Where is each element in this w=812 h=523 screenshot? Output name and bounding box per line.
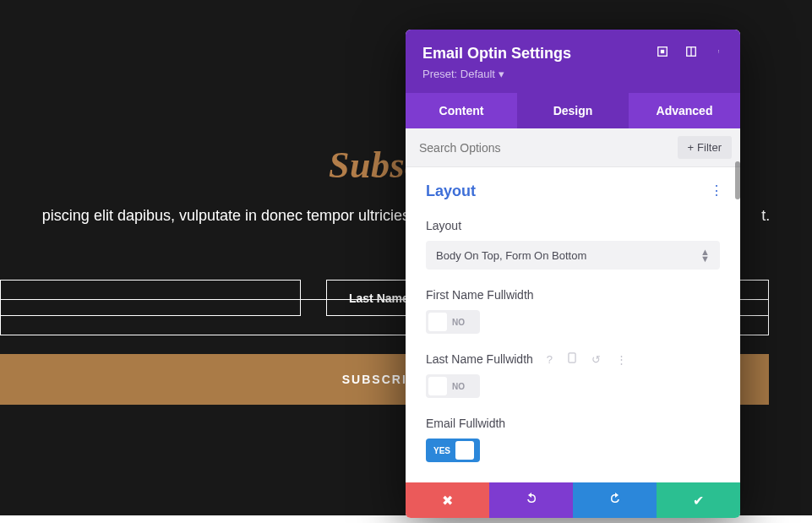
tab-advanced[interactable]: Advanced: [629, 93, 740, 128]
field-label-email-fullwidth: Email Fullwidth: [426, 417, 720, 430]
select-updown-icon: ▲▼: [700, 248, 710, 262]
section-title-layout[interactable]: Layout: [426, 183, 720, 200]
confirm-button[interactable]: ✔: [657, 482, 740, 518]
field-label-first-name-fullwidth: First Name Fullwidth: [426, 288, 720, 302]
preset-dropdown[interactable]: Preset: Default ▾: [422, 68, 504, 80]
section-more-icon[interactable]: ⋮: [710, 183, 723, 199]
responsive-icon[interactable]: [568, 352, 576, 366]
redo-button[interactable]: [573, 482, 657, 518]
reset-icon[interactable]: ↺: [591, 353, 601, 366]
field-label-last-name-fullwidth: Last Name Fullwidth: [426, 352, 533, 366]
chevron-down-icon: ▾: [499, 68, 504, 80]
tab-content[interactable]: Content: [406, 93, 517, 128]
svg-point-4: [718, 50, 719, 51]
panel-tabs: Content Design Advanced: [406, 93, 740, 128]
toggle-email-fullwidth[interactable]: YES: [426, 439, 480, 462]
panel-layout-icon[interactable]: [684, 45, 698, 58]
field-more-icon[interactable]: ⋮: [616, 353, 627, 366]
svg-rect-7: [569, 353, 575, 362]
field-label-layout: Layout: [426, 219, 720, 232]
panel-header: Email Optin Settings Preset: Default ▾: [406, 30, 740, 93]
check-icon: ✔: [693, 493, 704, 509]
expand-icon[interactable]: [656, 45, 669, 58]
plus-icon: +: [688, 141, 695, 154]
svg-point-5: [718, 51, 719, 52]
close-icon: ✖: [442, 493, 453, 509]
settings-panel: Email Optin Settings Preset: Default ▾ C…: [406, 30, 740, 518]
svg-rect-1: [661, 50, 664, 53]
redo-icon: [608, 492, 622, 509]
search-options-input[interactable]: [419, 141, 678, 155]
undo-button[interactable]: [489, 482, 573, 518]
more-icon[interactable]: [713, 45, 727, 58]
svg-point-6: [718, 52, 719, 53]
filter-button[interactable]: + Filter: [678, 136, 732, 159]
cancel-button[interactable]: ✖: [406, 482, 489, 518]
toggle-last-name-fullwidth[interactable]: NO: [426, 374, 480, 398]
tab-design[interactable]: Design: [517, 93, 629, 128]
layout-select[interactable]: Body On Top, Form On Bottom ▲▼: [426, 241, 720, 270]
help-icon[interactable]: ?: [547, 353, 553, 366]
toggle-first-name-fullwidth[interactable]: NO: [426, 310, 480, 334]
undo-icon: [525, 492, 538, 509]
